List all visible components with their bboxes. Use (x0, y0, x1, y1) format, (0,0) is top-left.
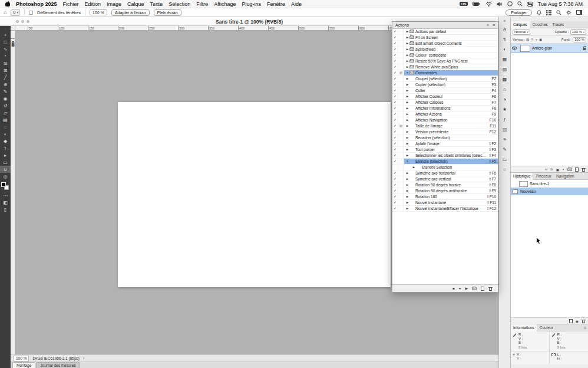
expand-arrow-icon[interactable]: ▶ (405, 183, 409, 186)
action-row[interactable]: ▶ Coller F4 (392, 88, 498, 94)
action-check-icon[interactable] (394, 194, 397, 199)
action-check-icon[interactable] (394, 106, 397, 111)
expand-dock-icon[interactable]: « (504, 18, 506, 24)
properties-panel-icon[interactable]: ≡ (500, 135, 510, 144)
foreground-color-swatch[interactable] (1, 182, 6, 187)
crop-tool[interactable]: ⊡ (0, 60, 11, 67)
gradients-panel-icon[interactable]: ▨ (500, 65, 510, 74)
action-row[interactable]: ▶ Remove White pxalSplus (392, 64, 498, 70)
libraries-panel-icon[interactable]: ⌂ (500, 85, 510, 94)
magic-wand-tool[interactable]: * (0, 52, 11, 60)
new-set-icon[interactable] (472, 287, 477, 290)
clone-stamp-tool[interactable]: ◉ (0, 95, 11, 102)
hand-tool-preset[interactable]: ∪▾ (11, 9, 20, 16)
brush-tool[interactable]: ✎ (0, 88, 11, 95)
expand-arrow-icon[interactable]: ▶ (405, 172, 409, 175)
action-check-icon[interactable] (394, 70, 397, 75)
action-row[interactable]: ▶ Afficher Actions F9 (392, 111, 498, 117)
eraser-tool[interactable]: ▱ (0, 109, 11, 116)
dodge-tool[interactable]: ◐ (0, 130, 11, 137)
fill-screen-button[interactable]: Plein écran (154, 9, 181, 16)
expand-arrow-icon[interactable]: ▶ (405, 124, 409, 127)
control-center-icon[interactable] (527, 2, 533, 6)
action-check-icon[interactable] (394, 123, 397, 129)
action-row[interactable]: ▶ Etendre Sélection (392, 165, 498, 170)
paragraph-panel-icon[interactable]: ¶ (500, 35, 510, 44)
panel-tab[interactable]: Historique (511, 173, 533, 180)
panel-tab[interactable]: Pinceaux (533, 173, 554, 180)
color-panel-icon[interactable]: ◐ (500, 45, 510, 54)
delete-state-icon[interactable] (582, 319, 585, 323)
adjustments-panel-icon[interactable]: ◑ (500, 95, 510, 104)
menubar-item[interactable]: Fichier (63, 1, 79, 7)
action-check-icon[interactable] (394, 47, 397, 52)
adjustment-layer-icon[interactable]: ◐ (562, 167, 564, 171)
blur-tool[interactable]: ◌ (0, 123, 11, 130)
move-tool[interactable]: + (0, 31, 11, 38)
action-check-icon[interactable] (394, 206, 397, 211)
expand-arrow-icon[interactable]: ▼ (405, 160, 409, 163)
expand-arrow-icon[interactable]: ▶ (405, 36, 409, 39)
action-check-icon[interactable] (394, 82, 397, 87)
action-check-icon[interactable] (394, 111, 397, 117)
expand-arrow-icon[interactable]: ▶ (405, 101, 409, 104)
history-state-row[interactable]: Nouveau (511, 188, 588, 195)
character-panel-icon[interactable]: A (500, 25, 510, 34)
action-row[interactable]: ▶ Afficher Navigation F10 (392, 117, 498, 123)
layer-comps-panel-icon[interactable]: ▤ (500, 125, 510, 134)
play-icon[interactable]: ▶ (465, 287, 468, 290)
panel-menu-icon[interactable]: ≡ (493, 23, 495, 27)
search-icon[interactable] (556, 10, 561, 15)
history-brush-tool[interactable]: ↺ (0, 102, 11, 109)
healing-brush-tool[interactable]: ⊕ (0, 81, 11, 88)
action-check-icon[interactable] (394, 64, 397, 70)
menubar-clock[interactable]: Tue Aug 5 7:38 AM (538, 1, 583, 7)
record-icon[interactable]: ● (459, 287, 461, 290)
action-row[interactable]: ▶ Aplatir l'image ⇧F2 (392, 141, 498, 147)
history-state-row[interactable]: Sans titre-1 (511, 180, 588, 188)
glyphs-panel-icon[interactable]: ƒ (500, 115, 510, 124)
new-snapshot-icon[interactable]: ◉ (576, 319, 579, 323)
apple-menu-icon[interactable] (5, 1, 10, 6)
menubar-item[interactable]: Affichage (214, 1, 236, 7)
action-row[interactable]: ▶ Rotation 90 degrés horaire ⇧F8 (392, 182, 498, 188)
action-row[interactable]: ▶ Rotation 90 degrés antihoraire ⇧F9 (392, 188, 498, 194)
keyboard-input-badge[interactable]: US (460, 2, 467, 6)
screen-mode-button[interactable]: ▯ (0, 206, 11, 213)
menubar-item[interactable]: Calque (127, 1, 144, 7)
panel-tab[interactable]: Couches (530, 21, 550, 28)
expand-arrow-icon[interactable]: ▶ (405, 77, 409, 80)
action-check-icon[interactable] (394, 176, 397, 182)
workspace-icon[interactable] (576, 10, 582, 15)
menubar-item[interactable]: Edition (85, 1, 101, 7)
action-check-icon[interactable] (394, 188, 397, 193)
action-check-icon[interactable] (394, 117, 397, 123)
spotlight-icon[interactable] (517, 1, 523, 6)
action-row[interactable]: ▶ Version précédente F12 (392, 129, 498, 135)
action-row[interactable]: ▼ Commandes (392, 70, 498, 76)
action-check-icon[interactable] (394, 94, 397, 99)
action-row[interactable]: ▶ Colour_composite (392, 52, 498, 58)
styles-panel-icon[interactable]: ★ (500, 105, 510, 114)
fit-screen-button[interactable]: Adapter à l'écran (111, 9, 150, 16)
action-check-icon[interactable] (394, 35, 397, 40)
dialog-toggle-icon[interactable] (399, 123, 402, 129)
status-options-chevron-icon[interactable]: › (83, 356, 84, 360)
panel-tab[interactable]: Couleur (537, 324, 556, 331)
expand-arrow-icon[interactable]: ▶ (405, 136, 409, 139)
type-tool[interactable]: T (0, 144, 11, 152)
battery-icon[interactable] (473, 2, 481, 6)
expand-arrow-icon[interactable]: ▶ (405, 195, 409, 198)
eyedropper-tool[interactable]: ╱ (0, 74, 11, 81)
bottom-panel-tab[interactable]: Montage (12, 362, 35, 368)
menubar-item[interactable]: Plug-ins (242, 1, 262, 7)
action-row[interactable]: ▶ Sélectionner les objets similaires (sé… (392, 153, 498, 159)
action-row[interactable]: ▶ Couper (sélection) F2 (392, 76, 498, 82)
action-row[interactable]: ▶ Edit Smart Object Contents (392, 41, 498, 47)
expand-arrow-icon[interactable]: ▶ (405, 54, 409, 57)
action-row[interactable]: ▶ Copier (sélection) F3 (392, 82, 498, 88)
patterns-panel-icon[interactable]: ▩ (500, 75, 510, 84)
share-button[interactable]: Partager (506, 9, 532, 16)
panel-tab[interactable]: Calques (511, 21, 530, 28)
action-row[interactable]: ▶ Afficher Couleur F6 (392, 94, 498, 100)
